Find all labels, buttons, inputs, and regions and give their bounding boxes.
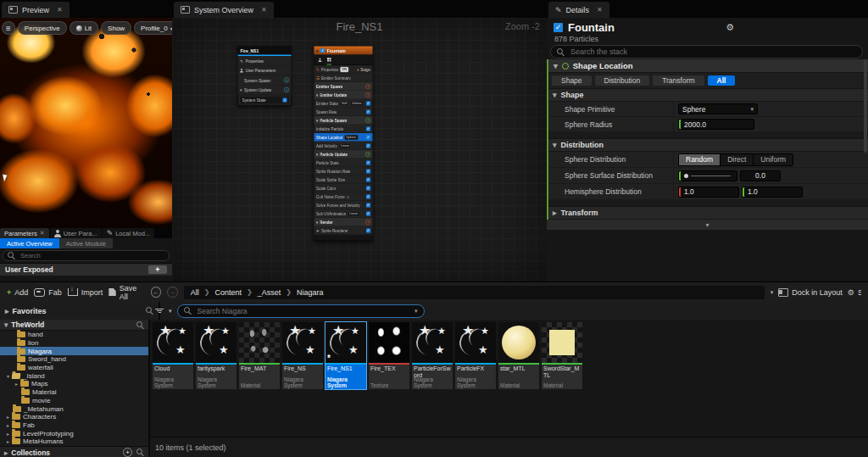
tree-item-waterfall[interactable]: waterfall xyxy=(0,364,148,372)
caret-down-icon[interactable] xyxy=(4,320,8,329)
node-row-system-state[interactable]: System State xyxy=(240,96,290,104)
viewport-menu-button[interactable] xyxy=(2,21,15,35)
tree-item-metahuman[interactable]: _Metahuman xyxy=(0,404,148,413)
stage-circle-icon[interactable] xyxy=(284,87,289,92)
caret-right-icon[interactable] xyxy=(7,437,9,445)
caret-right-icon[interactable] xyxy=(7,430,9,437)
fountain-row-solve-forces[interactable]: Solve Forces and Velocity xyxy=(314,201,373,209)
shape-primitive-dropdown[interactable]: Sphere ▾ xyxy=(678,103,758,114)
module-checkbox[interactable] xyxy=(366,228,370,232)
add-parameter-button[interactable]: + xyxy=(148,265,167,274)
node-row-properties[interactable]: Properties xyxy=(238,56,292,66)
hemisphere-x-input[interactable]: 1.0 xyxy=(678,187,739,198)
filter-tab-distribution[interactable]: Distribution xyxy=(595,75,650,86)
module-checkbox[interactable] xyxy=(366,109,370,114)
tab-details[interactable]: Details ✕ xyxy=(548,2,609,18)
tree-item-metahumans[interactable]: MetaHumans xyxy=(0,437,148,446)
shape-location-section-header[interactable]: Shape Location xyxy=(547,59,868,73)
asset-tile-star-mtl[interactable]: star_MTLMaterial xyxy=(498,322,539,389)
stack-search-input[interactable] xyxy=(569,47,856,57)
tree-item-movie[interactable]: movie xyxy=(0,397,148,405)
fountain-row-initialize-particle[interactable]: Initialize Particle xyxy=(314,125,373,133)
emitter-node-fountain[interactable]: Fountain Properties ON +Stage Emit xyxy=(314,46,372,231)
asset-search-input[interactable] xyxy=(196,306,410,316)
caret-right-icon[interactable] xyxy=(15,380,18,387)
emitter-enabled-checkbox[interactable] xyxy=(554,23,563,32)
close-icon[interactable]: ✕ xyxy=(40,230,45,237)
asset-search-box[interactable]: ▾ xyxy=(177,304,425,318)
fountain-row-emitter-state[interactable]: Emitter State Self Infinite xyxy=(314,99,373,108)
parameters-search-input[interactable] xyxy=(19,251,164,260)
tree-item-hand[interactable]: hand xyxy=(0,331,148,339)
module-checkbox[interactable] xyxy=(366,160,370,164)
surface-distribution-slider[interactable] xyxy=(678,170,737,181)
checkbox-checked-icon[interactable] xyxy=(283,98,287,103)
gear-icon[interactable] xyxy=(726,22,734,33)
asset-tile-farityspark[interactable]: faritysparkNiagara System xyxy=(196,322,236,389)
tab-user-parameters[interactable]: User Para... xyxy=(50,228,102,238)
breadcrumb-niagara[interactable]: Niagara xyxy=(297,288,324,297)
tab-local-modules[interactable]: Local Mod... xyxy=(103,228,154,238)
option-random[interactable]: Random xyxy=(679,154,721,165)
slider-knob[interactable] xyxy=(684,174,688,178)
grid-mode-selected[interactable] xyxy=(327,55,332,65)
caret-right-icon[interactable] xyxy=(553,209,557,217)
close-icon[interactable]: ✕ xyxy=(261,6,267,14)
caret-right-icon[interactable] xyxy=(5,307,9,315)
fountain-row-particle-state[interactable]: Particle State xyxy=(314,159,373,167)
filter-tab-transform[interactable]: Transform xyxy=(653,75,704,86)
emitter-enabled-checkbox[interactable] xyxy=(320,48,325,53)
save-all-button[interactable]: Save All xyxy=(108,284,145,301)
shape-subsection-header[interactable]: Shape xyxy=(547,89,868,102)
fountain-row-curl-noise-force[interactable]: Curl Noise Force xyxy=(314,192,373,201)
asset-tile-fire-tex[interactable]: Fire_TEXTexture xyxy=(369,322,409,389)
fountain-row-add-velocity[interactable]: Add Velocity Linear xyxy=(314,142,373,150)
asset-tile-particleforsword[interactable]: ParticleForSwordNiagara System xyxy=(412,322,453,389)
tree-item-fab[interactable]: Fab xyxy=(0,421,148,430)
caret-down-icon[interactable] xyxy=(316,92,318,97)
caret-down-icon[interactable] xyxy=(553,91,557,99)
stage-circle-icon[interactable] xyxy=(365,92,370,98)
tree-item-lion[interactable]: lion xyxy=(0,339,148,348)
scrollbar[interactable] xyxy=(864,59,867,153)
caret-right-icon[interactable] xyxy=(4,449,8,457)
module-checkbox[interactable] xyxy=(366,143,370,148)
option-direct[interactable]: Direct xyxy=(721,154,754,165)
close-icon[interactable]: ✕ xyxy=(597,6,603,14)
tree-root-theworld[interactable]: TheWorld xyxy=(0,320,148,331)
module-checkbox[interactable] xyxy=(366,194,370,198)
perspective-button[interactable]: Perspective xyxy=(18,21,67,35)
tab-system-overview[interactable]: System Overview ✕ xyxy=(174,2,274,18)
asset-tile-particlefx[interactable]: ParticleFXNiagara System xyxy=(455,322,496,389)
import-button[interactable]: Import xyxy=(68,288,103,297)
asset-tile-fire-mat[interactable]: Fire_MATMaterial xyxy=(239,322,280,389)
tree-item-characters[interactable]: Characters xyxy=(0,413,148,421)
collections-header[interactable]: Collections xyxy=(0,446,148,457)
fountain-section-emitter-spawn[interactable]: Emitter Spawn xyxy=(314,82,373,91)
filter-funnel-icon[interactable] xyxy=(155,309,164,313)
fountain-section-particle-update[interactable]: Particle Update xyxy=(314,150,373,159)
forward-button[interactable] xyxy=(167,287,177,298)
settings-button[interactable]: Se xyxy=(848,288,861,297)
stage-circle-icon[interactable] xyxy=(365,220,370,225)
fountain-row-scale-sprite-size[interactable]: Scale Sprite Size xyxy=(314,176,373,184)
module-checkbox[interactable] xyxy=(366,203,370,207)
module-checkbox[interactable] xyxy=(366,177,370,181)
caret-right-icon[interactable] xyxy=(7,413,9,421)
tree-item-sword-hand[interactable]: Sword_hand xyxy=(0,355,148,364)
node-row-system-update[interactable]: System Update xyxy=(238,86,292,96)
stage-circle-icon[interactable] xyxy=(365,118,370,123)
stage-circle-icon[interactable] xyxy=(365,84,370,89)
dock-in-layout-button[interactable]: Dock in Layout xyxy=(778,288,843,297)
caret-down-icon[interactable] xyxy=(316,152,318,156)
transform-subsection-header[interactable]: Transform xyxy=(547,207,868,220)
fountain-row-shape-location-selected[interactable]: Shape Location Sphere xyxy=(314,133,373,142)
fountain-row-sprite-renderer[interactable]: Sprite Renderer xyxy=(314,226,373,235)
module-checkbox[interactable] xyxy=(366,169,370,173)
user-exposed-header[interactable]: User Exposed + xyxy=(0,263,172,276)
tree-item-levelprototyping[interactable]: LevelPrototyping xyxy=(0,429,148,437)
chevron-down-icon[interactable]: ▾ xyxy=(169,308,172,315)
fountain-section-emitter-update[interactable]: Emitter Update xyxy=(314,91,373,99)
asset-tile-cloud[interactable]: CloudNiagara System xyxy=(153,322,193,389)
option-uniform[interactable]: Uniform xyxy=(754,154,793,165)
